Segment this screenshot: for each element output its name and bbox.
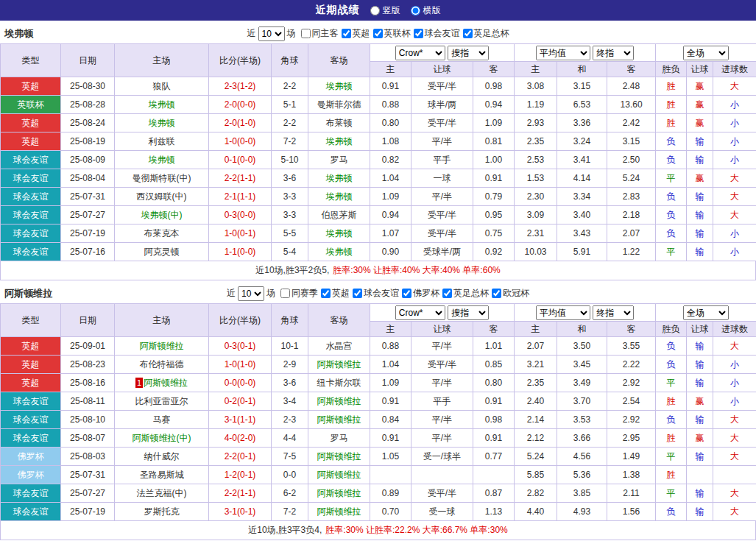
vertical-radio[interactable]	[370, 6, 380, 15]
avg-odds-select[interactable]: 平均值	[536, 305, 590, 320]
filter-checkbox-英超[interactable]	[321, 289, 331, 298]
odds-handicap: 一球	[411, 169, 473, 188]
match-date: 25-07-19	[61, 503, 115, 521]
subcol-goals: 进球数	[713, 62, 756, 77]
home-team: 圣路易斯城	[115, 466, 209, 484]
filter-option-佛罗杯[interactable]: 佛罗杯	[399, 287, 439, 300]
match-date: 25-08-07	[61, 429, 115, 448]
filter-checkbox-同主客[interactable]	[301, 29, 311, 38]
match-row: 球会友谊25-07-19罗斯托克3-1(0-1)7-2阿斯顿维拉0.70受一球1…	[1, 503, 756, 521]
filter-checkbox-欧冠杯[interactable]	[492, 289, 501, 298]
odds-handicap: 平/半	[411, 188, 473, 206]
filter-option-欧冠杯[interactable]: 欧冠杯	[489, 287, 529, 300]
layout-option-vertical[interactable]: 竖版	[370, 4, 400, 17]
odds-company-select[interactable]: Crow*	[395, 46, 445, 60]
match-row: 佛罗杯25-07-31圣路易斯城1-2(0-1)0-0阿斯顿维拉5.855.36…	[1, 466, 756, 484]
filter-checkbox-label: 英超	[353, 27, 370, 40]
avg-draw: 3.15	[557, 77, 607, 96]
filter-checkbox-球会友谊[interactable]	[414, 29, 423, 38]
match-date: 25-08-04	[61, 169, 115, 188]
odds-away: 0.91	[473, 169, 515, 188]
final-odds-select[interactable]: 终指	[593, 305, 634, 320]
odds-away: 0.92	[473, 243, 515, 261]
filter-option-英超[interactable]: 英超	[318, 287, 350, 300]
filter-checkbox-英超[interactable]	[342, 29, 351, 38]
away-team: 伯恩茅斯	[308, 206, 370, 224]
match-score: 3-1(1-1)	[209, 411, 272, 429]
avg-away: 2.42	[607, 114, 656, 132]
corner-score: 10-1	[272, 337, 308, 356]
filter-bar: 近 10 场 同赛季英超球会友谊佛罗杯英足总杯欧冠杯	[227, 286, 529, 301]
avg-away: 2.92	[607, 411, 656, 429]
filter-checkbox-英联杯[interactable]	[373, 29, 383, 38]
subcol-avg-home: 主	[515, 62, 557, 77]
league-type-badge: 球会友谊	[1, 243, 61, 261]
filter-option-球会友谊[interactable]: 球会友谊	[350, 287, 399, 300]
avg-home: 10.03	[515, 243, 557, 261]
odds-home: 0.94	[370, 206, 411, 224]
odds-type-select[interactable]: 搜指	[448, 305, 489, 320]
filter-checkboxes: 同赛季英超球会友谊佛罗杯英足总杯欧冠杯	[278, 287, 529, 300]
result-winloss: 负	[656, 188, 687, 206]
match-score: 2-0(1-0)	[209, 114, 272, 132]
match-row: 球会友谊25-08-11比利亚雷亚尔0-2(0-1)3-4阿斯顿维拉0.91平手…	[1, 392, 756, 411]
odds-handicap: 球半/两	[411, 96, 473, 114]
result-goals: 小	[713, 356, 756, 374]
filter-option-英足总杯[interactable]: 英足总杯	[439, 287, 489, 300]
col-header-date: 日期	[61, 44, 115, 77]
fulltime-select[interactable]: 全场	[683, 46, 729, 60]
home-team: 狼队	[115, 77, 209, 96]
filter-checkbox-佛罗杯[interactable]	[402, 289, 411, 298]
section-everton: 埃弗顿 近 10 场 同主客英超英联杯球会友谊英足总杯 类型 日期 主场 比分(…	[0, 24, 756, 280]
league-type-badge: 佛罗杯	[1, 448, 61, 466]
result-winloss: 胜	[656, 392, 687, 411]
match-row: 球会友谊25-08-07阿斯顿维拉(中)4-0(2-0)4-4罗马0.91平/半…	[1, 429, 756, 448]
avg-away: 2.92	[607, 374, 656, 392]
fulltime-select[interactable]: 全场	[683, 305, 729, 320]
away-team: 阿斯顿维拉	[308, 411, 370, 429]
corner-score: 3-3	[272, 188, 308, 206]
away-team: 水晶宫	[308, 337, 370, 356]
match-date: 25-08-10	[61, 411, 115, 429]
home-team: 埃弗顿	[115, 114, 209, 132]
filter-option-英联杯[interactable]: 英联杯	[370, 27, 411, 40]
final-odds-select[interactable]: 终指	[593, 46, 634, 60]
filter-checkbox-英足总杯[interactable]	[442, 289, 452, 298]
filter-option-同赛季[interactable]: 同赛季	[278, 287, 318, 300]
away-team: 纽卡斯尔联	[308, 374, 370, 392]
odds-handicap: 受球半/两	[411, 243, 473, 261]
odds-handicap: 平/半	[411, 132, 473, 151]
avg-home: 2.35	[515, 374, 557, 392]
odds-company-select[interactable]: Crow*	[395, 305, 445, 320]
horizontal-radio-label: 横版	[423, 4, 441, 17]
filter-option-同主客[interactable]: 同主客	[298, 27, 339, 40]
odds-handicap: 受平/半	[411, 224, 473, 243]
filter-option-英足总杯[interactable]: 英足总杯	[460, 27, 509, 40]
vertical-radio-label: 竖版	[383, 4, 400, 17]
result-goals: 小	[713, 114, 756, 132]
avg-home: 3.21	[515, 356, 557, 374]
filter-checkbox-球会友谊[interactable]	[353, 289, 362, 298]
match-count-select[interactable]: 10	[258, 26, 285, 41]
odds-type-select[interactable]: 搜指	[448, 46, 489, 60]
avg-odds-header: 平均值 终指	[515, 304, 656, 322]
result-handicap: 赢	[687, 77, 713, 96]
unit-label: 场	[266, 287, 275, 300]
filter-checkbox-英足总杯[interactable]	[463, 29, 473, 38]
horizontal-radio[interactable]	[411, 6, 420, 15]
avg-away: 3.55	[607, 337, 656, 356]
result-handicap: 赢	[687, 392, 713, 411]
filter-option-英超[interactable]: 英超	[339, 27, 370, 40]
topbar: 近期战绩 竖版 横版	[0, 0, 756, 21]
corner-score: 2-2	[272, 114, 308, 132]
filter-option-球会友谊[interactable]: 球会友谊	[411, 27, 460, 40]
filter-checkbox-同赛季[interactable]	[280, 289, 290, 298]
filter-checkbox-label: 英联杯	[384, 27, 411, 40]
away-team: 阿斯顿维拉	[308, 503, 370, 521]
avg-odds-select[interactable]: 平均值	[536, 46, 590, 60]
avg-home: 3.08	[515, 77, 557, 96]
match-count-select[interactable]: 10	[238, 286, 264, 301]
layout-option-horizontal[interactable]: 横版	[411, 4, 441, 17]
avg-away: 1.38	[607, 466, 656, 484]
result-winloss: 负	[656, 206, 687, 224]
